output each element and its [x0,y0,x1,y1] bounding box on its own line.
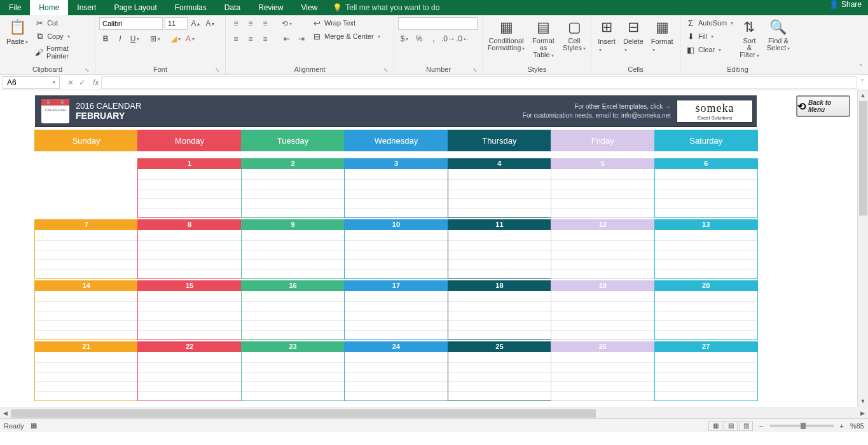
calendar-day[interactable]: 13 [654,219,758,279]
page-layout-view-icon[interactable]: ▤ [724,421,738,431]
italic-button[interactable]: I [114,32,127,45]
day-body[interactable] [551,169,654,218]
enter-formula-icon[interactable]: ✓ [79,78,85,87]
number-format-select[interactable] [398,17,478,30]
vertical-scrollbar[interactable]: ▲ ▼ [857,90,868,407]
font-dialog-icon[interactable]: ⤡ [215,67,220,73]
formula-input[interactable] [101,76,857,89]
day-body[interactable] [448,352,551,401]
day-body[interactable] [551,230,654,279]
back-to-menu-button[interactable]: ⟲ Back to Menu [796,95,850,117]
font-size-select[interactable] [165,17,188,30]
decrease-decimal-icon[interactable]: .0← [457,32,469,45]
fill-color-button[interactable]: ◢▾ [169,32,182,45]
day-body[interactable] [34,291,138,340]
day-body[interactable] [241,352,345,401]
calendar-day[interactable]: 7 [34,219,138,279]
autosum-button[interactable]: ΣAutoSum▾ [684,17,734,29]
day-body[interactable] [241,291,345,340]
day-body[interactable] [137,230,241,279]
alignment-dialog-icon[interactable]: ⤡ [383,67,389,73]
calendar-day[interactable]: 5 [551,158,654,218]
decrease-font-icon[interactable]: A▼ [204,17,217,30]
calendar-day[interactable]: 14 [34,280,138,340]
calendar-day[interactable]: 25 [448,341,551,401]
tab-view[interactable]: View [293,0,327,15]
expand-formula-icon[interactable]: ˅ [857,78,868,87]
calendar-day[interactable]: 6 [654,158,758,218]
calendar-day[interactable]: 16 [241,280,345,340]
day-body[interactable] [34,230,138,279]
font-name-select[interactable] [99,17,163,30]
zoom-slider[interactable] [770,425,834,427]
format-as-table-button[interactable]: ▤Format as Table▾ [528,17,559,60]
cut-button[interactable]: ✂Cut [33,17,91,29]
align-right-icon[interactable]: ≡ [259,32,272,45]
calendar-day[interactable]: 9 [241,219,345,279]
day-body[interactable] [34,352,138,401]
copy-button[interactable]: ⧉Copy▾ [33,31,91,42]
calendar-day[interactable]: 18 [448,280,551,340]
day-body[interactable] [344,352,448,401]
scroll-down-icon[interactable]: ▼ [858,396,868,407]
scroll-thumb[interactable] [859,101,867,216]
normal-view-icon[interactable]: ▦ [708,421,722,431]
tab-formulas[interactable]: Formulas [166,0,216,15]
tab-page-layout[interactable]: Page Layout [105,0,165,15]
font-color-button[interactable]: A▾ [184,32,196,45]
spreadsheet-grid[interactable]: ⟲ Back to Menu CALENDAR 2016 CALENDAR FE… [0,90,868,418]
day-body[interactable] [448,169,551,218]
calendar-day[interactable]: 10 [344,219,448,279]
find-select-button[interactable]: 🔍Find & Select▾ [764,17,793,53]
tab-home[interactable]: Home [30,0,68,15]
increase-decimal-icon[interactable]: .0→ [442,32,455,45]
tab-data[interactable]: Data [216,0,249,15]
scroll-right-icon[interactable]: ▶ [857,408,868,418]
zoom-out-icon[interactable]: − [759,422,763,430]
cell-styles-button[interactable]: ▢Cell Styles▾ [561,17,587,53]
cancel-formula-icon[interactable]: ✕ [67,78,74,87]
calendar-day[interactable]: 1 [137,158,241,218]
calendar-day[interactable]: 15 [137,280,241,340]
zoom-in-icon[interactable]: + [840,422,844,430]
name-box[interactable]: A6▾ [3,76,60,89]
calendar-day[interactable]: 4 [448,158,551,218]
share-button[interactable]: 👤Share [829,0,862,9]
sort-filter-button[interactable]: ⇅Sort & Filter▾ [737,17,761,60]
calendar-day[interactable]: 12 [551,219,654,279]
percent-format-icon[interactable]: % [413,32,425,45]
orientation-icon[interactable]: ⟲▾ [280,17,293,30]
day-body[interactable] [344,291,448,340]
align-middle-icon[interactable]: ≡ [244,17,257,30]
merge-center-button[interactable]: ⊟Merge & Center▾ [310,31,382,42]
comma-format-icon[interactable]: , [427,32,440,45]
fill-button[interactable]: ⬇Fill▾ [684,31,734,42]
align-top-icon[interactable]: ≡ [230,17,242,30]
calendar-day[interactable]: 24 [344,341,448,401]
tab-file[interactable]: File [0,0,30,15]
number-dialog-icon[interactable]: ⤡ [472,67,478,73]
calendar-day[interactable] [34,158,138,218]
page-break-view-icon[interactable]: ▥ [739,421,753,431]
bold-button[interactable]: B [99,32,112,45]
format-cells-button[interactable]: ▦Format▾ [649,17,676,54]
calendar-day[interactable]: 17 [344,280,448,340]
tab-review[interactable]: Review [249,0,292,15]
day-body[interactable] [654,169,758,218]
calendar-day[interactable]: 19 [551,280,654,340]
h-scroll-thumb[interactable] [11,409,596,418]
day-body[interactable] [551,352,654,401]
calendar-day[interactable]: 11 [448,219,551,279]
day-body[interactable] [241,230,345,279]
horizontal-scrollbar[interactable]: ◀ ▶ [0,407,868,418]
insert-cells-button[interactable]: ⊞Insert▾ [595,17,618,54]
clipboard-dialog-icon[interactable]: ⤡ [85,67,90,73]
day-body[interactable] [551,291,654,340]
underline-button[interactable]: U▾ [128,32,141,45]
day-body[interactable] [654,230,758,279]
tell-me-search[interactable]: 💡Tell me what you want to do [326,0,446,15]
decrease-indent-icon[interactable]: ⇤ [280,32,293,45]
border-button[interactable]: ⊞▾ [149,32,162,45]
increase-font-icon[interactable]: A▲ [189,17,202,30]
conditional-formatting-button[interactable]: ▦Conditional Formatting▾ [487,17,525,53]
